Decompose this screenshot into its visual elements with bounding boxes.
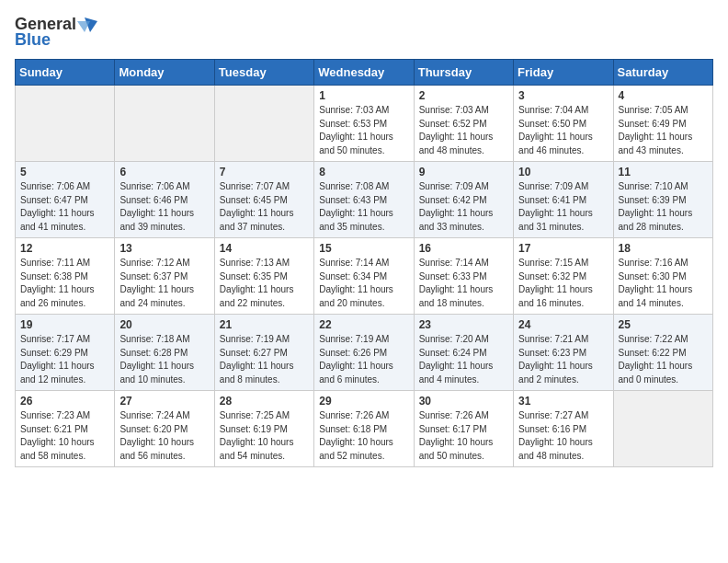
cell-content: Sunrise: 7:11 AMSunset: 6:38 PMDaylight:… [20, 257, 109, 310]
day-number: 18 [619, 242, 708, 255]
day-number: 20 [119, 318, 209, 331]
day-number: 8 [319, 166, 408, 178]
day-header-thursday: Thursday [414, 60, 513, 86]
cell-content: Sunrise: 7:10 AMSunset: 6:39 PMDaylight:… [619, 180, 708, 234]
cell-content: Sunrise: 7:26 AMSunset: 6:17 PMDaylight:… [419, 409, 508, 463]
day-number: 12 [20, 242, 109, 255]
calendar-cell: 28Sunrise: 7:25 AMSunset: 6:19 PMDayligh… [214, 391, 313, 467]
day-number: 25 [619, 318, 708, 331]
calendar-cell: 23Sunrise: 7:20 AMSunset: 6:24 PMDayligh… [414, 315, 513, 391]
calendar-cell: 12Sunrise: 7:11 AMSunset: 6:38 PMDayligh… [16, 238, 115, 315]
calendar-cell: 26Sunrise: 7:23 AMSunset: 6:21 PMDayligh… [16, 391, 115, 467]
day-number: 22 [319, 318, 408, 331]
calendar-week-1: 1Sunrise: 7:03 AMSunset: 6:53 PMDaylight… [16, 86, 713, 162]
calendar-cell: 25Sunrise: 7:22 AMSunset: 6:22 PMDayligh… [613, 315, 712, 391]
calendar-cell: 14Sunrise: 7:13 AMSunset: 6:35 PMDayligh… [214, 238, 313, 315]
calendar-cell: 8Sunrise: 7:08 AMSunset: 6:43 PMDaylight… [314, 162, 414, 238]
calendar-table: SundayMondayTuesdayWednesdayThursdayFrid… [15, 59, 713, 467]
calendar-cell: 9Sunrise: 7:09 AMSunset: 6:42 PMDaylight… [414, 162, 513, 238]
calendar-week-3: 12Sunrise: 7:11 AMSunset: 6:38 PMDayligh… [16, 238, 713, 315]
cell-content: Sunrise: 7:21 AMSunset: 6:23 PMDaylight:… [518, 333, 608, 386]
day-header-saturday: Saturday [613, 60, 712, 86]
calendar-cell: 22Sunrise: 7:19 AMSunset: 6:26 PMDayligh… [314, 315, 414, 391]
cell-content: Sunrise: 7:06 AMSunset: 6:47 PMDaylight:… [20, 180, 109, 234]
calendar-cell [613, 391, 712, 467]
cell-content: Sunrise: 7:08 AMSunset: 6:43 PMDaylight:… [319, 180, 408, 234]
calendar-cell: 24Sunrise: 7:21 AMSunset: 6:23 PMDayligh… [514, 315, 613, 391]
cell-content: Sunrise: 7:09 AMSunset: 6:41 PMDaylight:… [518, 180, 608, 234]
cell-content: Sunrise: 7:03 AMSunset: 6:52 PMDaylight:… [419, 104, 508, 157]
logo: General Blue [15, 15, 98, 50]
cell-content: Sunrise: 7:18 AMSunset: 6:28 PMDaylight:… [119, 333, 209, 386]
cell-content: Sunrise: 7:19 AMSunset: 6:27 PMDaylight:… [220, 333, 309, 386]
day-number: 29 [319, 395, 408, 408]
cell-content: Sunrise: 7:16 AMSunset: 6:30 PMDaylight:… [619, 257, 708, 310]
day-number: 2 [419, 89, 508, 102]
calendar-header-row: SundayMondayTuesdayWednesdayThursdayFrid… [16, 60, 713, 86]
calendar-cell [214, 86, 313, 162]
day-number: 3 [518, 89, 608, 102]
day-number: 26 [20, 395, 109, 408]
calendar-cell: 11Sunrise: 7:10 AMSunset: 6:39 PMDayligh… [613, 162, 712, 238]
day-number: 17 [518, 242, 608, 255]
cell-content: Sunrise: 7:14 AMSunset: 6:34 PMDaylight:… [319, 257, 408, 310]
calendar-cell: 29Sunrise: 7:26 AMSunset: 6:18 PMDayligh… [314, 391, 414, 467]
cell-content: Sunrise: 7:19 AMSunset: 6:26 PMDaylight:… [319, 333, 408, 386]
day-number: 19 [20, 318, 109, 331]
cell-content: Sunrise: 7:22 AMSunset: 6:22 PMDaylight:… [619, 333, 708, 386]
cell-content: Sunrise: 7:25 AMSunset: 6:19 PMDaylight:… [220, 409, 309, 463]
calendar-cell: 30Sunrise: 7:26 AMSunset: 6:17 PMDayligh… [414, 391, 513, 467]
day-header-wednesday: Wednesday [314, 60, 414, 86]
day-header-monday: Monday [115, 60, 214, 86]
cell-content: Sunrise: 7:13 AMSunset: 6:35 PMDaylight:… [220, 257, 309, 310]
calendar-week-4: 19Sunrise: 7:17 AMSunset: 6:29 PMDayligh… [16, 315, 713, 391]
day-number: 24 [518, 318, 608, 331]
cell-content: Sunrise: 7:04 AMSunset: 6:50 PMDaylight:… [518, 104, 608, 157]
day-number: 14 [220, 242, 309, 255]
day-number: 31 [518, 395, 608, 408]
calendar-week-2: 5Sunrise: 7:06 AMSunset: 6:47 PMDaylight… [16, 162, 713, 238]
calendar-cell: 4Sunrise: 7:05 AMSunset: 6:49 PMDaylight… [613, 86, 712, 162]
logo-blue: Blue [15, 30, 51, 50]
cell-content: Sunrise: 7:07 AMSunset: 6:45 PMDaylight:… [220, 180, 309, 234]
day-header-friday: Friday [514, 60, 613, 86]
day-number: 4 [619, 89, 708, 102]
calendar-cell: 6Sunrise: 7:06 AMSunset: 6:46 PMDaylight… [115, 162, 214, 238]
calendar-cell: 17Sunrise: 7:15 AMSunset: 6:32 PMDayligh… [514, 238, 613, 315]
calendar-cell: 10Sunrise: 7:09 AMSunset: 6:41 PMDayligh… [514, 162, 613, 238]
day-number: 30 [419, 395, 508, 408]
calendar-week-5: 26Sunrise: 7:23 AMSunset: 6:21 PMDayligh… [16, 391, 713, 467]
cell-content: Sunrise: 7:17 AMSunset: 6:29 PMDaylight:… [20, 333, 109, 386]
day-number: 1 [319, 89, 408, 102]
calendar-cell: 31Sunrise: 7:27 AMSunset: 6:16 PMDayligh… [514, 391, 613, 467]
calendar-cell: 27Sunrise: 7:24 AMSunset: 6:20 PMDayligh… [115, 391, 214, 467]
day-number: 28 [220, 395, 309, 408]
day-number: 16 [419, 242, 508, 255]
calendar-cell [16, 86, 115, 162]
calendar-cell: 3Sunrise: 7:04 AMSunset: 6:50 PMDaylight… [514, 86, 613, 162]
day-number: 15 [319, 242, 408, 255]
day-number: 13 [119, 242, 209, 255]
calendar-cell: 1Sunrise: 7:03 AMSunset: 6:53 PMDaylight… [314, 86, 414, 162]
day-number: 11 [619, 166, 708, 178]
day-number: 21 [220, 318, 309, 331]
cell-content: Sunrise: 7:12 AMSunset: 6:37 PMDaylight:… [119, 257, 209, 310]
day-number: 6 [119, 166, 209, 178]
cell-content: Sunrise: 7:15 AMSunset: 6:32 PMDaylight:… [518, 257, 608, 310]
logo-icon [77, 17, 97, 32]
calendar-cell: 20Sunrise: 7:18 AMSunset: 6:28 PMDayligh… [115, 315, 214, 391]
calendar-cell: 7Sunrise: 7:07 AMSunset: 6:45 PMDaylight… [214, 162, 313, 238]
calendar-cell: 16Sunrise: 7:14 AMSunset: 6:33 PMDayligh… [414, 238, 513, 315]
cell-content: Sunrise: 7:14 AMSunset: 6:33 PMDaylight:… [419, 257, 508, 310]
day-number: 7 [220, 166, 309, 178]
calendar-cell: 21Sunrise: 7:19 AMSunset: 6:27 PMDayligh… [214, 315, 313, 391]
cell-content: Sunrise: 7:24 AMSunset: 6:20 PMDaylight:… [119, 409, 209, 463]
cell-content: Sunrise: 7:23 AMSunset: 6:21 PMDaylight:… [20, 409, 109, 463]
calendar-cell: 2Sunrise: 7:03 AMSunset: 6:52 PMDaylight… [414, 86, 513, 162]
day-number: 9 [419, 166, 508, 178]
page-header: General Blue [15, 15, 713, 50]
cell-content: Sunrise: 7:26 AMSunset: 6:18 PMDaylight:… [319, 409, 408, 463]
cell-content: Sunrise: 7:27 AMSunset: 6:16 PMDaylight:… [518, 409, 608, 463]
day-header-tuesday: Tuesday [214, 60, 313, 86]
day-header-sunday: Sunday [16, 60, 115, 86]
